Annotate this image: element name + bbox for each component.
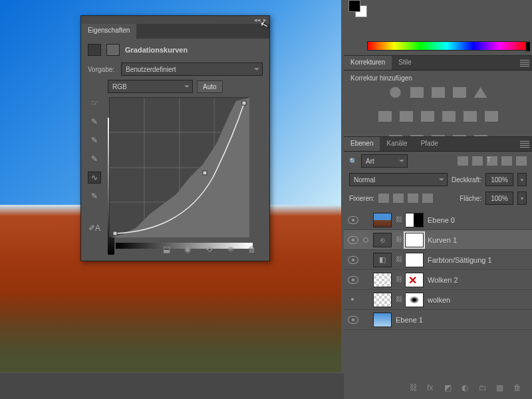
layer-name[interactable]: Ebene 0 — [428, 216, 455, 224]
auto-button[interactable]: Auto — [197, 80, 223, 93]
layer-thumbnail[interactable] — [373, 213, 392, 227]
photo-filter-icon[interactable] — [442, 111, 456, 122]
layer-thumbnail[interactable]: ◧ — [373, 253, 392, 267]
mask-icon[interactable]: ◩ — [444, 383, 455, 392]
reset-icon[interactable]: ⟲ — [205, 245, 217, 254]
filter-smart-icon[interactable] — [516, 156, 527, 166]
trash-icon[interactable]: 🗑 — [248, 245, 260, 254]
lut-icon[interactable] — [485, 111, 498, 122]
filter-image-icon[interactable] — [458, 156, 468, 166]
visibility-icon[interactable] — [348, 276, 358, 284]
edit-points-icon[interactable]: ∿ — [88, 172, 101, 184]
tab-kanaele[interactable]: Kanäle — [380, 137, 414, 151]
fill-input[interactable]: 100% — [485, 192, 513, 205]
tab-pfade[interactable]: Pfade — [414, 137, 445, 151]
exposure-icon[interactable] — [453, 87, 466, 98]
curve-point[interactable] — [203, 171, 207, 175]
layer-mask-thumbnail[interactable] — [405, 253, 424, 267]
layer-name[interactable]: Ebene 1 — [396, 316, 423, 324]
layer-filter-dropdown[interactable]: Art — [361, 154, 408, 168]
toggle-visibility-icon[interactable]: 👁 — [227, 245, 239, 254]
layer-row[interactable]: ◧ ⛓ Farbton/Sättigung 1 — [344, 250, 532, 270]
layer-mask-thumbnail[interactable] — [405, 213, 424, 227]
gray-point-eyedropper-icon[interactable]: ✎ — [88, 134, 101, 146]
close-icon[interactable]: ▸ — [263, 17, 267, 23]
link-mask-icon[interactable]: ⛓ — [396, 275, 401, 285]
adjustment-icon[interactable]: ◐ — [462, 383, 472, 392]
layer-name[interactable]: wolken — [428, 296, 450, 304]
opacity-input[interactable]: 100% — [485, 173, 513, 186]
layer-row[interactable]: ⛓ wolken — [344, 290, 532, 310]
lock-pixels-icon[interactable] — [393, 194, 404, 203]
fill-dropdown-arrow[interactable]: ▾ — [517, 192, 527, 205]
filter-shape-icon[interactable] — [501, 156, 512, 166]
layer-row[interactable]: ⛓ Wolken 2 — [344, 270, 532, 290]
link-mask-icon[interactable]: ⛓ — [396, 215, 401, 225]
levels-icon[interactable] — [410, 87, 424, 98]
curves-graph[interactable] — [109, 97, 249, 237]
tab-ebenen[interactable]: Ebenen — [344, 137, 380, 151]
layer-thumbnail[interactable] — [373, 273, 392, 287]
layer-thumbnail[interactable] — [373, 313, 392, 327]
white-point-eyedropper-icon[interactable]: ✎ — [88, 153, 101, 165]
tab-eigenschaften[interactable]: Eigenschaften — [81, 24, 136, 39]
curve-point[interactable] — [242, 101, 246, 105]
curves-svg[interactable] — [110, 98, 249, 237]
link-mask-icon[interactable]: ⛓ — [396, 295, 401, 305]
layer-row[interactable]: Ebene 1 — [344, 310, 532, 330]
blend-mode-dropdown[interactable]: Normal — [349, 173, 448, 186]
layer-mask-thumbnail[interactable] — [405, 233, 424, 247]
layer-row[interactable]: ⎋ ⛓ Kurven 1 — [344, 230, 532, 250]
curves-icon[interactable] — [432, 87, 445, 98]
preset-dropdown[interactable]: Benutzerdefiniert — [121, 63, 263, 76]
layer-thumbnail[interactable]: ⎋ — [373, 233, 392, 247]
draw-curve-icon[interactable]: ✎ — [88, 190, 101, 202]
panel-menu-icon[interactable] — [520, 141, 529, 148]
new-layer-icon[interactable]: ▦ — [496, 383, 507, 392]
visibility-icon[interactable] — [348, 316, 358, 324]
opacity-dropdown-arrow[interactable]: ▾ — [517, 173, 527, 186]
link-mask-icon[interactable]: ⛓ — [396, 255, 401, 265]
filter-adj-icon[interactable] — [472, 156, 483, 166]
fg-bg-colors[interactable] — [347, 0, 374, 24]
layer-name[interactable]: Kurven 1 — [428, 236, 457, 244]
black-point-eyedropper-icon[interactable]: ✎ — [88, 116, 101, 128]
layer-name[interactable]: Wolken 2 — [428, 276, 458, 284]
calculate-icon[interactable]: ✐A — [88, 222, 101, 234]
brightness-icon[interactable] — [389, 87, 402, 98]
visibility-icon[interactable] — [348, 216, 358, 224]
properties-titlebar[interactable]: ◂◂ ▸ — [81, 16, 269, 24]
tab-korrekturen[interactable]: Korrekturen — [344, 56, 392, 70]
link-icon[interactable]: ⛓ — [410, 383, 420, 392]
curve-point[interactable] — [113, 231, 117, 235]
vibrance-icon[interactable] — [474, 87, 487, 98]
color-balance-icon[interactable] — [400, 111, 413, 122]
view-previous-icon[interactable]: ◉ — [184, 245, 196, 254]
group-icon[interactable]: 🗀 — [479, 383, 489, 392]
hue-sat-icon[interactable] — [378, 111, 392, 122]
fx-icon[interactable]: fx — [427, 383, 438, 392]
layer-name[interactable]: Farbton/Sättigung 1 — [428, 256, 492, 264]
filter-type-icon[interactable]: T — [487, 156, 497, 166]
lock-position-icon[interactable] — [408, 194, 418, 203]
channel-dropdown[interactable]: RGB — [108, 80, 193, 93]
layer-mask-thumbnail[interactable] — [405, 273, 424, 287]
visibility-icon[interactable] — [348, 296, 358, 304]
channel-mixer-icon[interactable] — [464, 111, 477, 122]
tab-stile[interactable]: Stile — [392, 56, 418, 70]
visibility-icon[interactable] — [348, 256, 358, 264]
collapse-icon[interactable]: ◂◂ — [254, 17, 261, 23]
layer-row[interactable]: ⛓ Ebene 0 — [344, 210, 532, 230]
clip-to-layer-icon[interactable]: ⬓ — [163, 245, 175, 254]
lock-transparency-icon[interactable] — [378, 194, 389, 203]
trash-icon[interactable]: 🗑 — [513, 383, 524, 392]
layer-thumbnail[interactable] — [373, 293, 392, 307]
adjustment-mode-icon[interactable] — [88, 44, 101, 56]
visibility-icon[interactable] — [348, 236, 358, 244]
targeted-adjust-icon[interactable]: ☞ — [88, 97, 101, 109]
bw-icon[interactable] — [421, 111, 434, 122]
lock-all-icon[interactable] — [422, 194, 433, 203]
panel-menu-icon[interactable] — [520, 60, 529, 66]
color-spectrum[interactable] — [367, 41, 527, 51]
mask-mode-icon[interactable] — [106, 44, 120, 56]
